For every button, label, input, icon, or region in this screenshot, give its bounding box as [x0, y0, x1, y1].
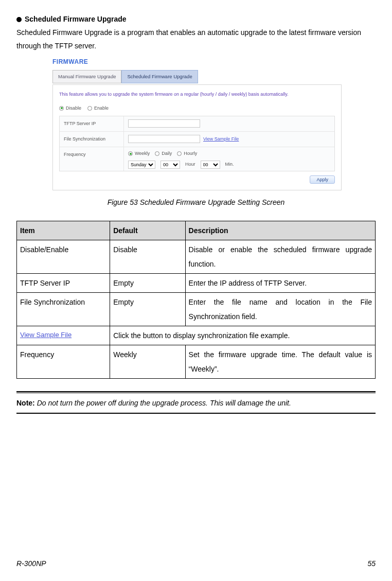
min-text: Min. [225, 160, 234, 169]
table-row: Disable/Enable Disable Disable or enable… [17, 240, 376, 273]
view-sample-link[interactable]: View Sample File [203, 135, 239, 144]
select-min[interactable]: 00 [201, 161, 220, 169]
tab-scheduled[interactable]: Scheduled Firmware Upgrade [121, 70, 198, 83]
cell-desc: Enter the file name and location in the … [185, 292, 375, 326]
table-row: View Sample File Click the button to dis… [17, 326, 376, 345]
note-line: Note: Do not turn the power off during t… [16, 396, 376, 410]
cell-view-sample-link[interactable]: View Sample File [17, 326, 110, 345]
spec-table: Item Default Description Disable/Enable … [16, 221, 376, 379]
table-row: File Synchronization Empty Enter the fil… [17, 292, 376, 326]
cell-default: Empty [110, 292, 185, 326]
th-description: Description [185, 221, 375, 240]
row-filesync: File Synchronization View Sample File [60, 132, 334, 147]
note-block: Note: Do not turn the power off during t… [16, 391, 376, 414]
section-title: Scheduled Firmware Upgrade [25, 14, 127, 25]
cell-desc: Set the firmware upgrade time. The defau… [185, 345, 375, 378]
bullet-icon [16, 17, 22, 22]
radio-weekly[interactable] [128, 151, 133, 156]
radio-daily[interactable] [155, 151, 159, 156]
footer-page: 55 [367, 557, 376, 571]
cell-default: Disable [110, 240, 185, 273]
divider [16, 391, 376, 392]
firmware-form: TFTP Server IP File Synchronization View… [59, 116, 335, 171]
cell-desc: Disable or enable the scheduled firmware… [185, 240, 375, 273]
cell-default: Empty [110, 273, 185, 292]
divider [16, 393, 376, 393]
footer-model: R-300NP [16, 557, 46, 571]
cell-desc-full: Click the button to display synchronizat… [110, 326, 376, 345]
firmware-tabs: Manual Firmware Upgrade Scheduled Firmwa… [52, 70, 342, 83]
radio-enable[interactable] [87, 106, 92, 111]
cell-item: Disable/Enable [17, 240, 110, 273]
weekly-label: Weekly [135, 149, 150, 158]
table-header-row: Item Default Description [17, 221, 376, 240]
row-frequency: Frequency Weekly Daily Hourly Sunday 00 … [60, 147, 334, 171]
note-label: Note: [16, 399, 35, 407]
firmware-brand: FIRMWARE [52, 56, 342, 68]
label-filesync: File Synchronization [60, 132, 124, 147]
disable-label: Disable [66, 104, 81, 113]
input-filesync[interactable] [128, 135, 200, 143]
table-row: Frequency Weekly Set the firmware upgrad… [17, 345, 376, 378]
frequency-options: Weekly Daily Hourly [128, 149, 197, 158]
cell-default: Weekly [110, 345, 185, 378]
th-item: Item [17, 221, 110, 240]
apply-button[interactable]: Apply [310, 175, 335, 184]
radio-hourly[interactable] [177, 151, 182, 156]
firmware-figure: FIRMWARE Manual Firmware Upgrade Schedul… [52, 56, 342, 190]
radio-disable[interactable] [59, 106, 64, 111]
intro-paragraph: Scheduled Firmware Upgrade is a program … [16, 26, 376, 53]
enable-disable-row: Disable Enable [59, 104, 335, 113]
frequency-time: Sunday 00 Hour 00 Min. [128, 160, 234, 169]
cell-item: Frequency [17, 345, 110, 378]
input-tftp-ip[interactable] [128, 119, 200, 128]
divider [16, 413, 376, 414]
hour-text: Hour [185, 160, 195, 169]
select-day[interactable]: Sunday [128, 161, 155, 169]
apply-row: Apply [59, 171, 335, 184]
cell-desc: Enter the IP address of TFTP Server. [185, 273, 375, 292]
select-hour[interactable]: 00 [161, 161, 180, 169]
label-tftp: TFTP Server IP [60, 116, 124, 131]
th-default: Default [110, 221, 185, 240]
row-tftp: TFTP Server IP [60, 116, 334, 132]
section-heading: Scheduled Firmware Upgrade [16, 14, 376, 25]
panel-description: This feature allows you to upgrade the s… [59, 90, 335, 99]
enable-label: Enable [94, 104, 109, 113]
label-frequency: Frequency [60, 147, 124, 171]
cell-item: TFTP Server IP [17, 273, 110, 292]
figure-caption: Figure 53 Scheduled Firmware Upgrade Set… [16, 196, 376, 209]
tab-manual[interactable]: Manual Firmware Upgrade [52, 70, 121, 83]
page-footer: R-300NP 55 [16, 557, 376, 571]
daily-label: Daily [162, 149, 172, 158]
note-text: Do not turn the power off during the upg… [35, 399, 291, 407]
firmware-panel: This feature allows you to upgrade the s… [52, 84, 342, 191]
table-row: TFTP Server IP Empty Enter the IP addres… [17, 273, 376, 292]
hourly-label: Hourly [184, 149, 197, 158]
cell-item: File Synchronization [17, 292, 110, 326]
